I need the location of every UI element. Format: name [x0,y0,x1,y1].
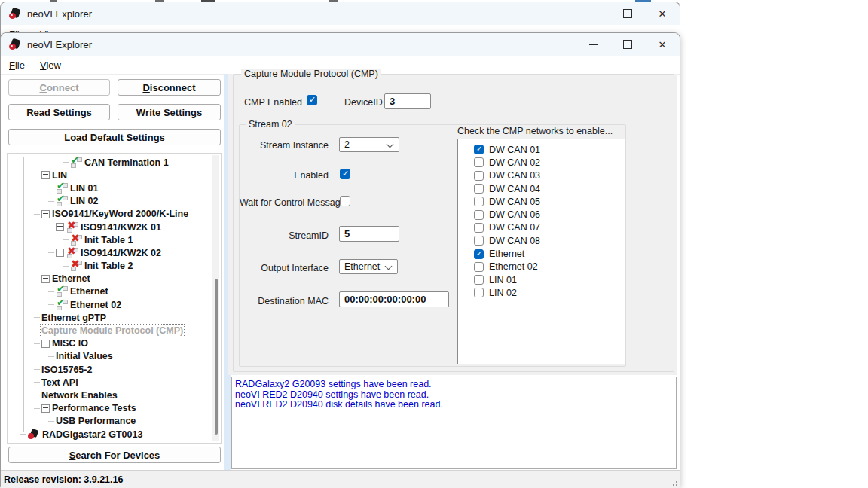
network-checkbox[interactable] [474,171,484,181]
tree-connector [48,304,54,305]
tree-connector [34,317,40,318]
tree-item[interactable]: Text API [8,376,212,389]
network-row[interactable]: LIN 01 [458,273,625,286]
tree-collapse-icon[interactable] [41,210,50,218]
tree-item[interactable]: Performance Tests [8,402,212,415]
tree-item[interactable]: ✖ISO9141/KW2K 01 [8,221,212,233]
network-checkbox[interactable] [474,197,484,206]
device-id-input[interactable]: 3 [384,93,431,109]
network-row[interactable]: DW CAN 03 [458,169,625,182]
tree-item[interactable]: ✔Ethernet [8,285,212,298]
tree-collapse-icon[interactable] [41,171,50,179]
stream02-group-title: Stream 02 [246,119,295,130]
network-row[interactable]: DW CAN 07 [458,221,625,234]
output-interface-select[interactable]: Ethernet [339,259,398,274]
tree-connector [48,421,54,422]
network-row[interactable]: DW CAN 04 [458,182,625,195]
disconnect-button[interactable]: Disconnect [118,79,221,96]
tree-item[interactable]: Capture Module Protocol (CMP) [8,324,212,337]
enabled-check-icon: ✔ [56,286,68,297]
network-row[interactable]: DW CAN 05 [458,195,625,208]
tree-collapse-icon[interactable] [56,249,64,257]
tree-collapse-icon[interactable] [56,223,64,231]
network-row[interactable]: Ethernet [458,247,625,260]
tree-scrollbar[interactable] [212,155,219,441]
read-settings-button[interactable]: Read Settings [8,104,110,120]
tree-item[interactable]: USB Performance [8,415,212,428]
tree-item[interactable]: ✔Ethernet 02 [8,298,212,311]
network-checkbox[interactable] [474,249,484,259]
tree-collapse-icon[interactable] [41,275,50,283]
network-checkbox[interactable] [474,184,484,194]
maximize-icon[interactable] [610,33,645,56]
network-checkbox[interactable] [474,262,484,272]
tree-item[interactable]: Ethernet gPTP [8,311,212,324]
cmp-enabled-checkbox[interactable] [307,95,317,105]
cmp-group-title: Capture Module Protocol (CMP) [241,69,381,79]
tree-item[interactable]: ISO9141/KeyWord 2000/K-Line [8,208,212,221]
enabled-checkbox[interactable] [340,169,350,179]
network-row[interactable]: Ethernet 02 [458,261,625,273]
tree-connector [34,382,40,383]
network-checkbox[interactable] [474,275,484,285]
minimize-icon[interactable] [576,2,610,25]
tree-item[interactable]: ✔LIN 02 [8,195,212,208]
network-checkbox[interactable] [474,288,484,297]
stream-id-input[interactable]: 5 [339,226,399,242]
tree-collapse-icon[interactable] [41,340,50,348]
tree-item[interactable]: RADGigastar2 GT0013 [8,428,212,441]
menu-file[interactable]: File [2,57,32,73]
menu-view[interactable]: View [33,57,68,73]
tree-item[interactable]: ISO15765-2 [8,363,212,376]
cmp-groupbox: Capture Module Protocol (CMP) CMP Enable… [233,74,674,372]
tree-connector [34,369,40,370]
tree-item-label: Init Table 1 [84,235,133,246]
network-label: DW CAN 07 [489,222,540,233]
network-row[interactable]: LIN 02 [458,286,625,299]
tree-item[interactable]: ✔CAN Termination 1 [8,156,212,169]
networks-list-title: Check the CMP networks to enable... [457,126,638,136]
network-row[interactable]: DW CAN 08 [458,234,625,247]
network-checkbox[interactable] [474,210,484,220]
tree-item[interactable]: ✖ISO9141/KW2K 02 [8,246,212,259]
tree-item[interactable]: MISC IO [8,337,212,350]
close-icon[interactable]: ✕ [645,33,680,56]
network-checkbox[interactable] [474,236,484,246]
tree-item[interactable]: Initial Values [8,350,212,363]
tree-connector [48,356,54,357]
tree-item[interactable]: ✔LIN 01 [8,181,212,194]
network-checkbox[interactable] [474,223,484,233]
stream-instance-select[interactable]: 2 [339,137,399,152]
load-default-settings-button[interactable]: Load Default Settings [8,129,221,145]
tree-item-label: Init Table 2 [84,261,133,271]
connect-button[interactable]: Connect [8,79,110,96]
tree-item-label: Ethernet gPTP [41,313,106,323]
close-icon[interactable]: ✕ [645,2,680,25]
network-label: DW CAN 04 [489,184,540,194]
tree-item-label: LIN [52,170,67,181]
tree-item[interactable]: ✖Init Table 1 [8,233,212,246]
tree-item[interactable]: Ethernet [8,273,212,285]
tree-item[interactable]: LIN [8,169,212,181]
network-row[interactable]: DW CAN 01 [458,143,625,156]
maximize-icon[interactable] [610,2,645,25]
search-for-devices-button[interactable]: Search For Devices [8,447,221,463]
tree-connector [48,201,54,202]
log-line: neoVI RED2 D20940 disk details have been… [235,400,676,410]
resize-grip-icon[interactable] [671,480,677,486]
network-checkbox[interactable] [474,157,484,167]
destination-mac-input[interactable]: 00:00:00:00:00:00 [339,291,449,307]
tree-collapse-icon[interactable] [41,404,50,413]
minimize-icon[interactable] [576,33,610,56]
tree-item[interactable]: ✖Init Table 2 [8,260,212,273]
network-checkbox[interactable] [474,145,484,154]
enabled-check-icon: ✔ [56,196,68,206]
network-row[interactable]: DW CAN 02 [458,156,625,169]
tree-item-label: Ethernet [52,273,90,284]
write-settings-button[interactable]: Write Settings [118,104,221,120]
tree-scrollbar-thumb[interactable] [215,279,218,435]
network-row[interactable]: DW CAN 06 [458,208,625,221]
tree-item-label: USB Performance [56,416,136,426]
wait-for-control-checkbox[interactable] [340,196,350,206]
tree-item[interactable]: Network Enables [8,389,212,401]
